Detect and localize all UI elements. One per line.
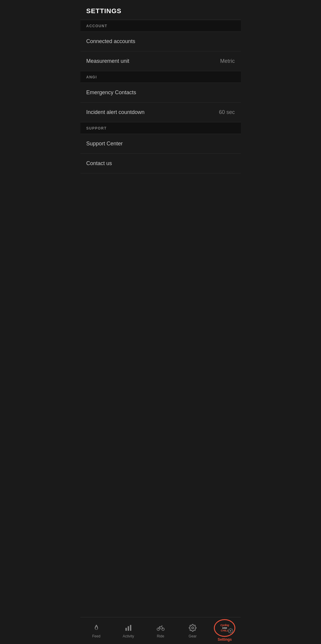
section-header-angi: ANGI [80, 71, 241, 83]
emergency-contacts-label: Emergency Contacts [86, 89, 136, 96]
section-label-account: ACCOUNT [86, 24, 108, 28]
settings-title-bar: SETTINGS [80, 0, 241, 20]
settings-content: ACCOUNT Connected accounts Measurement u… [80, 20, 241, 200]
settings-item-connected-accounts[interactable]: Connected accounts [80, 32, 241, 51]
settings-item-support-center[interactable]: Support Center [80, 134, 241, 154]
page-title: SETTINGS [86, 7, 122, 15]
settings-item-contact-us[interactable]: Contact us [80, 154, 241, 173]
support-center-label: Support Center [86, 141, 123, 147]
section-label-angi: ANGI [86, 75, 97, 79]
measurement-unit-value: Metric [220, 58, 235, 64]
incident-alert-label: Incident alert countdown [86, 109, 145, 115]
contact-us-label: Contact us [86, 160, 112, 167]
section-label-support: SUPPORT [86, 126, 107, 130]
settings-item-incident-alert[interactable]: Incident alert countdown 60 sec [80, 103, 241, 122]
connected-accounts-label: Connected accounts [86, 38, 135, 45]
settings-item-measurement-unit[interactable]: Measurement unit Metric [80, 51, 241, 71]
measurement-unit-label: Measurement unit [86, 58, 129, 64]
incident-alert-value: 60 sec [219, 109, 235, 115]
section-header-support: SUPPORT [80, 122, 241, 134]
settings-item-emergency-contacts[interactable]: Emergency Contacts [80, 83, 241, 103]
section-header-account: ACCOUNT [80, 20, 241, 32]
